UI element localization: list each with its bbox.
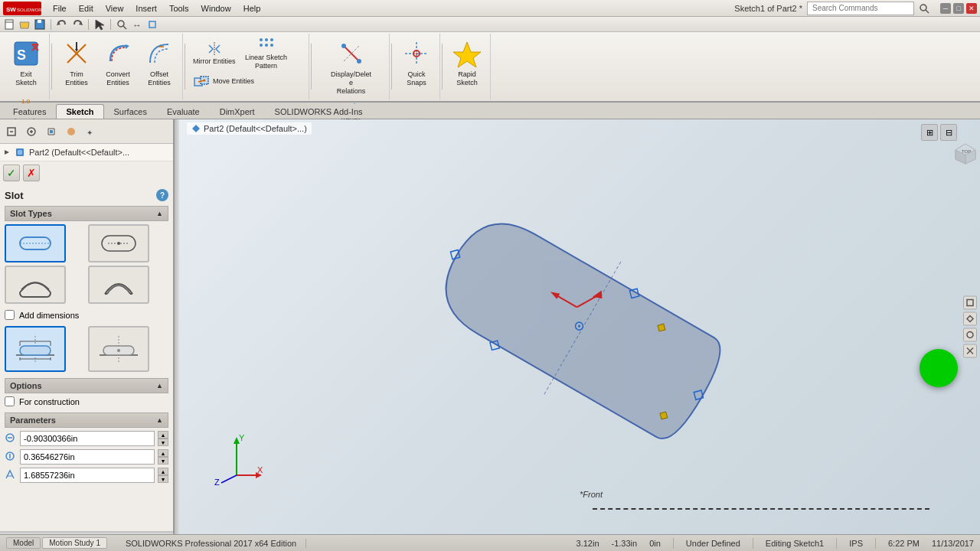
exit-sketch-button[interactable]: S ExitSketch xyxy=(6,35,46,90)
svg-marker-11 xyxy=(96,20,104,30)
right-icon-2[interactable] xyxy=(963,312,977,326)
options-label: Options xyxy=(10,381,42,390)
tree-icon-1[interactable] xyxy=(3,123,20,140)
right-icon-4[interactable] xyxy=(963,344,977,358)
model-tabs: Model Motion Study 1 xyxy=(6,537,107,549)
win-minimize-btn[interactable]: ─ xyxy=(940,3,951,14)
sep4 xyxy=(391,44,392,90)
menu-help[interactable]: Help xyxy=(238,2,266,15)
tree-icon-3[interactable] xyxy=(43,123,60,140)
slot-type-2-button[interactable] xyxy=(88,224,149,262)
panel-resize-handle[interactable] xyxy=(0,531,173,534)
tab-sketch[interactable]: Sketch xyxy=(56,104,103,119)
tab-addins[interactable]: SOLIDWORKS Add-Ins xyxy=(265,104,373,119)
tab-features[interactable]: Features xyxy=(3,104,56,119)
param-input-1[interactable] xyxy=(20,431,155,446)
save-icon[interactable] xyxy=(34,18,46,31)
menu-insert[interactable]: Insert xyxy=(130,2,162,15)
offset-entities-button[interactable]: OffsetEntities xyxy=(139,35,179,90)
breadcrumb-text: Part2 (Default<<Default>...) xyxy=(204,124,307,133)
version-text: SOLIDWORKS Professional 2017 x64 Edition xyxy=(126,539,296,548)
move-entities-button[interactable]: Move Entities xyxy=(190,73,305,90)
nav-cube[interactable]: TOP xyxy=(954,142,977,167)
tab-surfaces[interactable]: Surfaces xyxy=(104,104,157,119)
model-tab[interactable]: Model xyxy=(6,537,41,549)
options-arrow: ▲ xyxy=(156,382,163,390)
param-icon-1 xyxy=(5,432,17,445)
orient-btn-1[interactable] xyxy=(5,326,66,372)
display-delete-relations-button[interactable]: Display/DeleteRelations xyxy=(325,35,377,98)
redo-icon[interactable] xyxy=(71,18,83,31)
pan-icon[interactable]: ↔ xyxy=(131,18,143,31)
param-row-2: ▲ ▼ xyxy=(5,449,168,465)
slot-type-4-button[interactable] xyxy=(88,266,149,304)
select-icon[interactable] xyxy=(93,18,106,31)
right-icon-3[interactable] xyxy=(963,328,977,342)
linear-sketch-pattern-button[interactable]: Linear Sketch Pattern xyxy=(240,35,292,72)
help-button[interactable]: ? xyxy=(156,189,168,201)
quick-snaps-button[interactable]: QuickSnaps xyxy=(397,35,436,90)
rapid-sketch-button[interactable]: RapidSketch xyxy=(447,35,487,90)
options-section-header[interactable]: Options ▲ xyxy=(5,378,168,393)
tab-evaluate[interactable]: Evaluate xyxy=(157,104,210,119)
panel-title: Slot xyxy=(5,190,24,201)
slot-types-label: Slot Types xyxy=(10,209,52,218)
slot-type-3-button[interactable] xyxy=(5,266,66,304)
search-icon[interactable] xyxy=(919,3,929,14)
add-dimensions-checkbox[interactable] xyxy=(5,310,15,320)
status-version: SOLIDWORKS Professional 2017 x64 Edition xyxy=(126,539,306,548)
parameters-list: ▲ ▼ ▲ ▼ xyxy=(5,431,168,483)
param-down-2[interactable]: ▼ xyxy=(158,457,168,465)
menu-edit[interactable]: Edit xyxy=(74,2,99,15)
param-input-3[interactable] xyxy=(20,468,155,483)
convert-entities-button[interactable]: ConvertEntities xyxy=(98,35,138,90)
param-input-2[interactable] xyxy=(20,449,155,465)
tree-item[interactable]: Part2 (Default<<Default>... xyxy=(0,144,173,161)
viewport[interactable]: Part2 (Default<<Default>...) ⊞ ⊟ xyxy=(179,119,980,534)
svg-point-44 xyxy=(357,59,361,64)
param-down-1[interactable]: ▼ xyxy=(158,439,168,446)
units-display: IPS xyxy=(849,539,863,548)
mirror-entities-button[interactable]: Mirror Entities xyxy=(190,35,239,72)
parameters-section-header[interactable]: Parameters ▲ xyxy=(5,412,168,428)
win-close-btn[interactable]: ✕ xyxy=(966,3,977,14)
tree-icon-5[interactable]: ✦ xyxy=(83,123,100,140)
slot-types-section-header[interactable]: Slot Types ▲ xyxy=(5,206,168,221)
display-delete-relations-label: Display/DeleteRelations xyxy=(330,70,372,95)
svg-point-35 xyxy=(260,44,263,47)
view-label: *Front xyxy=(580,490,603,499)
menu-window[interactable]: Window xyxy=(196,2,237,15)
motion-study-tab[interactable]: Motion Study 1 xyxy=(42,537,107,549)
confirm-button[interactable]: ✓ xyxy=(3,165,20,181)
svg-point-37 xyxy=(270,44,273,47)
right-icon-1[interactable] xyxy=(963,296,977,310)
cancel-button[interactable]: ✗ xyxy=(23,165,40,181)
param-up-3[interactable]: ▲ xyxy=(158,468,168,475)
time-display: 6:22 PM xyxy=(888,539,920,548)
tab-dimxpert[interactable]: DimXpert xyxy=(210,104,265,119)
undo-icon[interactable] xyxy=(56,18,68,31)
search-input[interactable] xyxy=(807,2,914,15)
tree-icon-4[interactable] xyxy=(63,123,80,140)
menu-tools[interactable]: Tools xyxy=(164,2,194,15)
param-up-1[interactable]: ▲ xyxy=(158,431,168,439)
param-down-3[interactable]: ▼ xyxy=(158,475,168,483)
menu-view[interactable]: View xyxy=(100,2,129,15)
linear-sketch-pattern-label: Linear Sketch Pattern xyxy=(243,54,289,70)
param-up-2[interactable]: ▲ xyxy=(158,449,168,457)
win-restore-btn[interactable]: □ xyxy=(953,3,964,14)
for-construction-checkbox[interactable] xyxy=(5,396,15,406)
zoom-icon[interactable] xyxy=(116,18,128,31)
new-icon[interactable] xyxy=(3,18,15,31)
open-icon[interactable] xyxy=(18,18,31,31)
trim-entities-button[interactable]: TrimEntities xyxy=(57,35,96,90)
svg-rect-97 xyxy=(660,412,668,419)
slot-type-1-button[interactable] xyxy=(5,224,66,262)
menu-file[interactable]: File xyxy=(47,2,72,15)
orient-btn-2[interactable] xyxy=(88,326,149,372)
tree-icon-2[interactable] xyxy=(23,123,40,140)
view-ctrl-2[interactable]: ⊟ xyxy=(940,124,957,141)
right-icons xyxy=(963,296,977,358)
view-ctrl-1[interactable]: ⊞ xyxy=(921,124,938,141)
3d-view-icon[interactable] xyxy=(146,18,158,31)
